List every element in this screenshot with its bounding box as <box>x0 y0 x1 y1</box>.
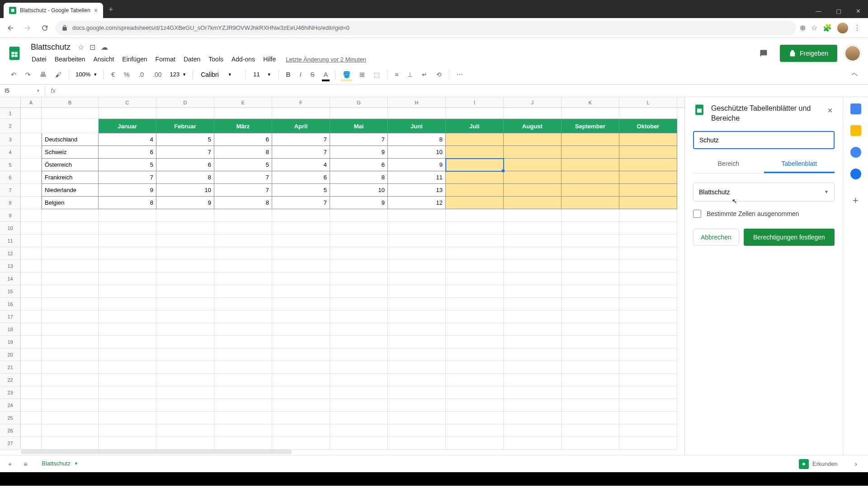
cell[interactable] <box>504 209 561 222</box>
tab-tabellenblatt[interactable]: Tabellenblatt <box>764 155 835 173</box>
description-input[interactable] <box>693 131 835 149</box>
cell[interactable] <box>156 272 214 285</box>
row-header[interactable]: 13 <box>0 260 21 272</box>
cell[interactable] <box>272 412 330 424</box>
data-cell[interactable]: 4 <box>99 133 156 146</box>
cell[interactable] <box>446 247 504 260</box>
cell[interactable] <box>156 374 214 386</box>
cell[interactable] <box>21 119 42 133</box>
keep-icon[interactable] <box>850 125 861 136</box>
cell[interactable] <box>21 133 42 146</box>
cell[interactable] <box>214 424 272 437</box>
col-header[interactable]: F <box>272 97 330 108</box>
data-cell[interactable]: 9 <box>156 197 214 209</box>
cell[interactable] <box>42 108 99 119</box>
cell[interactable] <box>504 348 561 361</box>
expand-rail-icon[interactable]: › <box>849 460 863 468</box>
cell[interactable] <box>99 386 156 399</box>
doc-title[interactable]: Blattschutz <box>28 42 73 53</box>
minimize-icon[interactable]: — <box>808 4 829 18</box>
country-cell[interactable]: Deutschland <box>42 133 99 146</box>
cell[interactable] <box>214 348 272 361</box>
data-cell[interactable] <box>561 146 619 159</box>
cell[interactable] <box>561 336 619 348</box>
data-cell[interactable] <box>619 133 677 146</box>
data-cell[interactable]: 8 <box>156 171 214 184</box>
cell[interactable] <box>214 437 272 450</box>
cell[interactable] <box>21 412 42 424</box>
cell[interactable] <box>330 424 388 437</box>
set-permissions-button[interactable]: Berechtigungen festlegen <box>744 229 835 246</box>
cell[interactable] <box>42 424 99 437</box>
cell[interactable] <box>272 437 330 450</box>
cell[interactable] <box>272 374 330 386</box>
cell[interactable] <box>99 108 156 119</box>
cell[interactable] <box>272 222 330 235</box>
cell[interactable] <box>42 374 99 386</box>
table-header[interactable]: März <box>214 119 272 133</box>
cell[interactable] <box>21 108 42 119</box>
cell[interactable] <box>21 399 42 412</box>
halign-button[interactable]: ≡ <box>391 68 402 81</box>
cell[interactable] <box>21 285 42 298</box>
horizontal-scrollbar[interactable] <box>21 450 292 454</box>
cell[interactable] <box>619 260 677 272</box>
cell[interactable] <box>504 222 561 235</box>
row-header[interactable]: 21 <box>0 361 21 374</box>
cell[interactable] <box>156 285 214 298</box>
row-header[interactable]: 24 <box>0 399 21 412</box>
row-header[interactable]: 8 <box>0 197 21 209</box>
cell[interactable] <box>446 386 504 399</box>
row-header[interactable]: 1 <box>0 108 21 119</box>
cell[interactable] <box>42 285 99 298</box>
data-cell[interactable]: 7 <box>99 171 156 184</box>
row-header[interactable]: 5 <box>0 159 21 171</box>
cell[interactable] <box>619 374 677 386</box>
cell[interactable] <box>388 222 446 235</box>
sheets-logo[interactable] <box>5 42 24 65</box>
cell[interactable] <box>156 336 214 348</box>
cell[interactable] <box>21 209 42 222</box>
cell[interactable] <box>21 361 42 374</box>
borders-button[interactable]: ⊞ <box>356 68 368 81</box>
data-cell[interactable] <box>446 159 504 171</box>
data-cell[interactable] <box>504 159 561 171</box>
zoom-select[interactable]: 100%▼ <box>73 69 100 80</box>
fill-color-button[interactable]: 🪣 <box>339 68 354 81</box>
cell[interactable] <box>42 298 99 310</box>
cell[interactable] <box>21 247 42 260</box>
data-cell[interactable]: 8 <box>388 133 446 146</box>
cell[interactable] <box>99 272 156 285</box>
row-header[interactable]: 26 <box>0 424 21 437</box>
cell[interactable] <box>619 108 677 119</box>
data-cell[interactable] <box>504 146 561 159</box>
cell[interactable] <box>214 285 272 298</box>
table-header[interactable]: Januar <box>99 119 156 133</box>
row-header[interactable]: 19 <box>0 336 21 348</box>
cell[interactable] <box>388 374 446 386</box>
data-cell[interactable] <box>504 197 561 209</box>
zoom-icon[interactable]: ⊕ <box>800 23 806 32</box>
cell[interactable] <box>561 247 619 260</box>
cell[interactable] <box>99 399 156 412</box>
cell[interactable] <box>214 386 272 399</box>
data-cell[interactable] <box>561 133 619 146</box>
cell[interactable] <box>388 285 446 298</box>
sheet-select[interactable]: Blattschutz ▼ ↖ <box>693 183 835 202</box>
cell[interactable] <box>504 399 561 412</box>
cell[interactable] <box>156 437 214 450</box>
cell[interactable] <box>504 285 561 298</box>
cell[interactable] <box>561 437 619 450</box>
data-cell[interactable]: 8 <box>330 171 388 184</box>
valign-button[interactable]: ⊥ <box>404 68 416 81</box>
back-button[interactable] <box>4 21 17 35</box>
redo-button[interactable]: ↷ <box>22 68 34 81</box>
cell[interactable] <box>156 298 214 310</box>
calendar-icon[interactable] <box>850 103 861 114</box>
browser-tab[interactable]: Blattschutz - Google Tabellen × <box>4 3 103 18</box>
col-header[interactable]: I <box>446 97 504 108</box>
cloud-icon[interactable]: ☁ <box>101 43 108 52</box>
cell[interactable] <box>272 209 330 222</box>
decrease-decimal-button[interactable]: .0 <box>135 68 147 81</box>
cell[interactable] <box>99 247 156 260</box>
